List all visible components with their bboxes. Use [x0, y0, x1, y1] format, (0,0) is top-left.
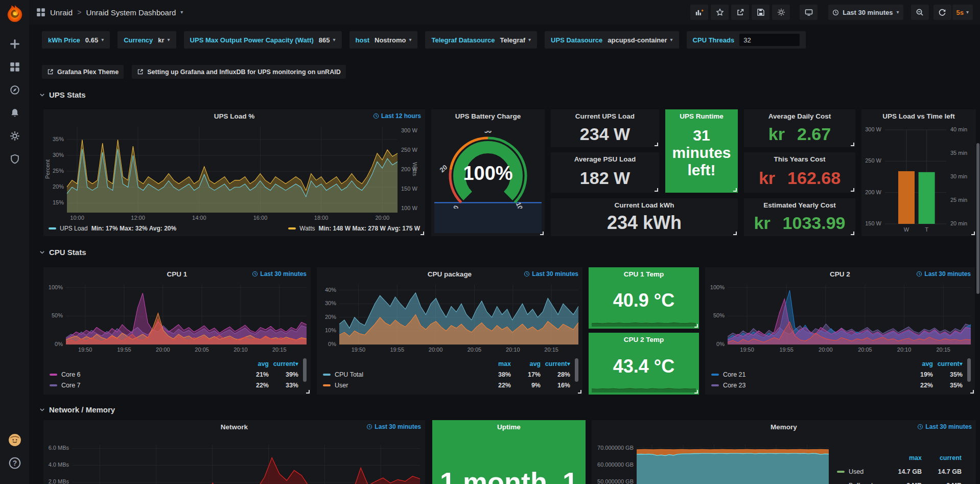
gear-button[interactable]: [772, 5, 790, 20]
panel-title[interactable]: Uptime: [432, 420, 586, 433]
panel-resize-handle[interactable]: [851, 232, 854, 235]
panel-title[interactable]: Average PSU Load: [551, 152, 659, 166]
variable-input[interactable]: 32: [739, 34, 800, 46]
legend-series-name[interactable]: User: [335, 382, 348, 389]
section-header-network-memory[interactable]: Network / Memory: [39, 405, 115, 414]
legend-series-name[interactable]: Core 6: [61, 371, 81, 378]
dashboard-link-grafana-plex-theme[interactable]: Grafana Plex Theme: [42, 65, 124, 79]
legend-column-current[interactable]: current▾: [541, 360, 570, 367]
network-chart[interactable]: 6.0 MBs4.0 MBs2.0 MBs: [43, 433, 425, 484]
variable-currency[interactable]: Currencykr▾: [118, 31, 176, 49]
legend-series-name[interactable]: Core 21: [723, 371, 745, 378]
legend-column-avg[interactable]: avg: [511, 360, 541, 367]
refresh-button[interactable]: [934, 5, 951, 20]
legend-series-name[interactable]: Watts: [299, 225, 315, 232]
sidebar-item-dashboards[interactable]: [6, 58, 24, 76]
variable-value[interactable]: 0.65▾: [85, 36, 104, 44]
sidebar-item-configuration[interactable]: [6, 127, 24, 145]
cpu1-chart[interactable]: 100%50%0%19:5019:5520:0020:0520:1020:15: [43, 281, 311, 354]
battery-gauge[interactable]: 02050100 100%: [432, 131, 544, 209]
grafana-logo-icon[interactable]: [5, 4, 25, 24]
time-range-picker[interactable]: Last 30 minutes ▾: [828, 5, 903, 20]
legend-item[interactable]: UPS LoadMin: 17% Max: 32% Avg: 20%: [49, 225, 176, 232]
ups-load-chart[interactable]: 35%30%25%20%15%300 W250 W200 W150 W100 W…: [43, 123, 425, 223]
panel-title[interactable]: UPS Runtime: [665, 109, 738, 123]
sidebar-item-server-admin[interactable]: [6, 150, 24, 168]
panel-resize-handle[interactable]: [578, 390, 581, 394]
section-header-cpu-stats[interactable]: CPU Stats: [39, 248, 86, 257]
panel-resize-handle[interactable]: [540, 232, 544, 235]
variable-value[interactable]: Nostromo▾: [375, 36, 411, 44]
variable-value[interactable]: apcupsd-container▾: [608, 36, 672, 44]
save-button[interactable]: [752, 5, 769, 20]
variable-kwh-price[interactable]: kWh Price0.65▾: [42, 31, 110, 49]
sidebar-item-help[interactable]: ?: [6, 454, 24, 472]
panel-resize-handle[interactable]: [421, 232, 424, 235]
panel-resize-handle[interactable]: [733, 188, 737, 192]
legend-column-current[interactable]: current▾: [933, 360, 963, 367]
legend-series-name[interactable]: CPU Total: [335, 371, 363, 378]
sidebar-item-alerting[interactable]: [6, 104, 24, 122]
refresh-interval-picker[interactable]: 5s▾: [952, 5, 973, 20]
panel-resize-handle[interactable]: [655, 143, 658, 146]
legend-column-current[interactable]: current▾: [269, 360, 298, 367]
panel-title[interactable]: CPU 1 Temp: [589, 267, 699, 281]
panel-resize-handle[interactable]: [694, 390, 698, 394]
panel-title[interactable]: CPU 1: [43, 267, 311, 281]
legend-series-name[interactable]: UPS Load: [60, 225, 88, 232]
panel-title[interactable]: Memory: [592, 420, 976, 433]
panel-resize-handle[interactable]: [655, 188, 658, 192]
panel-resize-handle[interactable]: [851, 143, 854, 146]
legend-item[interactable]: WattsMin: 148 W Max: 278 W Avg: 175 W: [288, 225, 420, 232]
panel-title[interactable]: UPS Battery Charge: [431, 109, 545, 123]
legend-series-name[interactable]: Core 7: [61, 382, 81, 389]
page-scrollbar-thumb[interactable]: [976, 143, 979, 294]
legend-scrollbar-thumb[interactable]: [303, 358, 307, 382]
panel-resize-handle[interactable]: [733, 232, 737, 235]
legend-series-name[interactable]: Core 23: [723, 382, 745, 389]
variable-telegraf-datasource[interactable]: Telegraf DatasourceTelegraf▾: [425, 31, 537, 49]
title-caret-down-icon[interactable]: ▾: [180, 10, 183, 15]
variable-ups-max-output-power-capacity-watt[interactable]: UPS Max Output Power Capacity (Watt)865▾: [184, 31, 342, 49]
panel-title[interactable]: UPS Load vs Time left: [861, 109, 976, 123]
star-button[interactable]: [711, 5, 729, 20]
cpu-package-chart[interactable]: 40%30%20%10%0%19:5019:5520:0020:0520:102…: [317, 281, 582, 354]
panel-resize-handle[interactable]: [851, 188, 854, 192]
panel-title[interactable]: CPU 2: [705, 267, 975, 281]
tv-button[interactable]: [800, 5, 818, 20]
panel-title[interactable]: Network: [43, 420, 425, 433]
variable-ups-datasource[interactable]: UPS Datasourceapcupsd-container▾: [545, 31, 679, 49]
panel-resize-handle[interactable]: [971, 232, 975, 235]
panel-title[interactable]: CPU 2 Temp: [589, 333, 699, 346]
dashboard-link-setting-up-grafana-and-influxd[interactable]: Setting up Grafana and InfluxDB for UPS …: [132, 65, 345, 79]
sidebar-item-profile[interactable]: [6, 431, 24, 449]
ups-load-vs-time-bar-chart[interactable]: 300 W250 W200 W150 W40 min35 min30 min25…: [861, 123, 976, 236]
variable-host[interactable]: hostNostromo▾: [349, 31, 418, 49]
legend-column-current[interactable]: current: [922, 454, 962, 462]
panel-title[interactable]: Current Load kWh: [551, 198, 738, 212]
legend-series-name[interactable]: Used: [849, 468, 864, 475]
panel-title[interactable]: Current UPS Load: [551, 109, 659, 123]
panel-title[interactable]: Estimated Yearly Cost: [744, 198, 855, 212]
panel-title[interactable]: UPS Load %: [43, 109, 425, 123]
legend-column-max[interactable]: max: [481, 360, 511, 367]
panel-resize-handle[interactable]: [306, 390, 310, 394]
legend-scrollbar-thumb[interactable]: [967, 358, 971, 382]
sidebar-item-explore[interactable]: [6, 81, 24, 99]
breadcrumb-app[interactable]: Unraid: [50, 8, 73, 17]
cpu2-chart[interactable]: 100%50%0%19:5019:5520:0020:0520:1020:15: [705, 281, 975, 354]
page-title[interactable]: Unraid System Dashboard: [86, 8, 176, 17]
legend-column-avg[interactable]: avg: [239, 360, 269, 367]
panel-title[interactable]: Average Daily Cost: [744, 109, 855, 123]
share-button[interactable]: [731, 5, 749, 20]
add-panel-button[interactable]: [690, 5, 708, 20]
legend-column-avg[interactable]: avg: [903, 360, 933, 367]
legend-series-name[interactable]: Buffered: [849, 482, 873, 484]
sidebar-item-create[interactable]: [6, 35, 24, 53]
zoom-out-button[interactable]: [911, 5, 929, 20]
variable-value[interactable]: Telegraf▾: [500, 36, 531, 44]
variable-value[interactable]: 865▾: [319, 36, 336, 44]
memory-chart[interactable]: 70.000000 GB60.000000 GB50.000000 GB: [592, 433, 833, 484]
legend-scrollbar-thumb[interactable]: [575, 358, 578, 382]
legend-column-max[interactable]: max: [882, 454, 922, 462]
